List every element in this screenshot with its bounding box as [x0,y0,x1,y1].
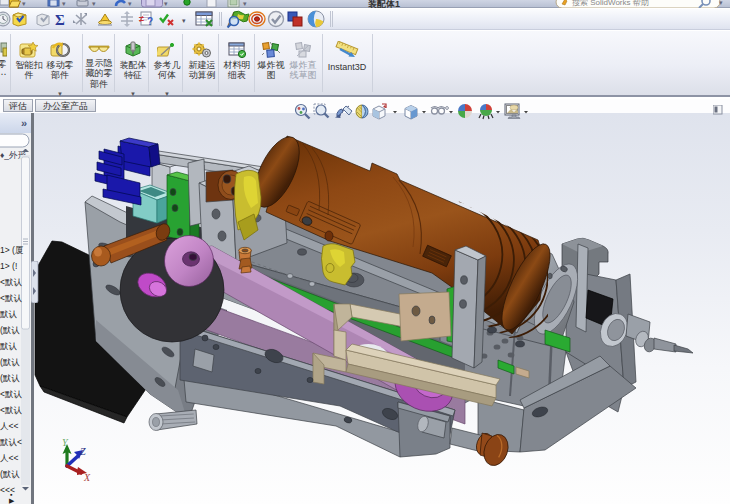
svg-text:▾: ▾ [62,0,66,7]
svg-text:Z: Z [80,446,86,457]
svg-text:▾: ▾ [719,0,723,6]
svg-text:▾: ▾ [128,0,132,7]
svg-text:▾: ▾ [22,0,26,7]
svg-text:▾: ▾ [243,0,247,7]
svg-text:装配体1: 装配体1 [368,0,400,8]
svg-text:≠: ≠ [139,14,144,24]
svg-text:▾: ▾ [92,0,96,7]
svg-text:?: ? [147,16,153,27]
svg-text:X: X [83,472,91,483]
svg-text:Σ: Σ [55,12,65,28]
svg-text:搜索 SolidWorks 帮助: 搜索 SolidWorks 帮助 [572,0,649,7]
svg-text:▾: ▾ [182,17,186,24]
svg-text:▾: ▾ [164,0,168,7]
